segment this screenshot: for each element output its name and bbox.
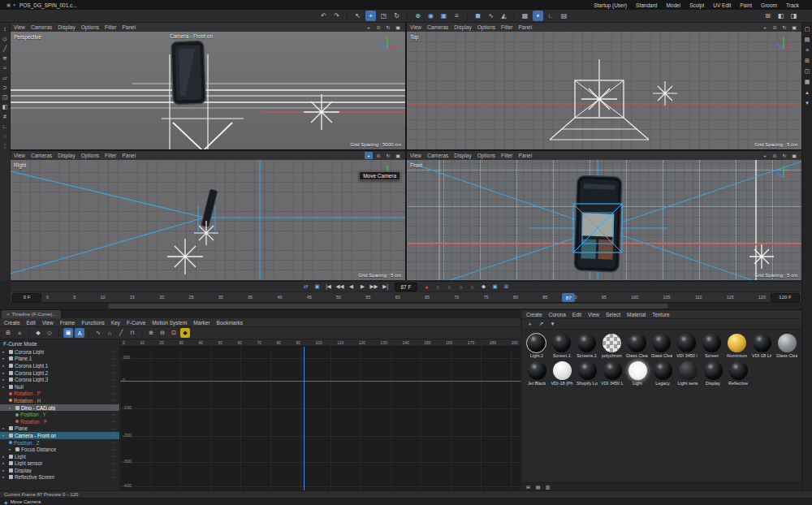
expand-arrow-icon[interactable]: ▸ [2,475,7,479]
ease-ease-icon[interactable]: ∩ [105,328,114,338]
spline-mode-icon[interactable]: ∿ [93,328,103,338]
expand-arrow-icon[interactable]: ▸ [2,385,7,389]
add-generator-icon[interactable]: ◭ [499,11,509,21]
scroll-up-icon[interactable]: ▴ [803,88,812,97]
axis-icon[interactable]: ∟ [1,122,10,131]
list-view-icon[interactable]: ▤ [534,483,542,490]
tree-row[interactable]: Rotation . P◦◦ [0,418,119,425]
titlebar-menu-item[interactable]: Model [666,2,680,8]
transform-icon[interactable]: ↕ [1,24,10,33]
auto-mode-icon[interactable]: A [75,328,84,338]
tree-row[interactable]: ▸Focus Distance◦◦ [0,446,119,453]
zoom-camera-icon[interactable]: ⊙ [771,24,779,31]
new-material-icon[interactable]: + [525,320,534,329]
zoom-out-icon[interactable]: ⊖ [158,328,167,338]
viewport-menu-display[interactable]: Display [58,24,75,30]
close-icon[interactable]: × [6,312,10,317]
viewport-menu-panel[interactable]: Panel [519,24,533,30]
viewport-menu-display[interactable]: Display [454,153,471,158]
tree-row[interactable]: ▸Plane◦◦ [0,425,119,433]
add-spline-icon[interactable]: ∿ [486,11,496,21]
tree-row[interactable]: Rotation . H◦◦ [0,397,119,404]
extrude-icon[interactable]: ◧ [1,102,10,111]
grid-toggle-icon[interactable]: ▤ [559,11,569,21]
expand-arrow-icon[interactable]: ▸ [2,426,7,430]
current-frame-marker[interactable]: 87 [562,293,575,302]
cycle-icon[interactable]: ⇄ [300,283,310,291]
link-icon[interactable]: ≡ [15,328,24,338]
attribute-manager-icon[interactable]: ≡ [803,45,812,54]
expand-arrow-icon[interactable]: ▸ [2,364,7,368]
record-icon[interactable]: ● [422,283,432,291]
viewport-menu-display[interactable]: Display [58,153,75,158]
viewport-menu-view[interactable]: View [14,24,25,30]
viewport-menu-display[interactable]: Display [454,24,471,30]
tree-row[interactable]: ▸Dino - CAD.obj◦◦ [0,404,119,412]
record-scale-icon[interactable]: ○ [456,283,466,291]
expand-arrow-icon[interactable]: ▸ [9,406,14,410]
material-item[interactable]: Screen.1 [551,334,573,358]
material-item[interactable]: Light sens [676,361,699,386]
keyframe-presets-icon[interactable]: ▣ [490,283,500,291]
expand-arrow-icon[interactable]: ▸ [2,461,7,465]
viewport-menu-panel[interactable]: Panel [123,24,136,30]
tree-row[interactable]: ▸Light◦◦ [0,453,119,460]
fcurve-menu-functions[interactable]: Functions [81,320,104,326]
fcurve-menu-bookmarks[interactable]: Bookmarks [217,320,244,326]
move-camera-icon[interactable]: + [365,152,373,159]
content-browser-icon[interactable]: ◫ [803,67,812,76]
viewport-menu-filter[interactable]: Filter [105,153,116,158]
tree-row[interactable]: ▸Null◦◦ [0,383,119,391]
render-view-icon[interactable]: ◉ [425,11,436,21]
expand-arrow-icon[interactable]: ▸ [2,350,7,354]
viewport-menu-cameras[interactable]: Cameras [427,153,448,158]
add-key-icon[interactable]: ◆ [33,328,43,338]
step-icon[interactable]: ⊓ [127,328,137,338]
viewport-top-canvas[interactable]: Top Grid Spacing : 5 cm [407,32,801,149]
next-frame-icon[interactable]: ▶▶ [369,283,378,291]
zoom-camera-icon[interactable]: ⊙ [771,152,779,159]
more-tools-icon[interactable]: ⋮ [1,141,10,150]
fcurve-menu-key[interactable]: Key [111,320,120,326]
frame-all-icon[interactable]: ⊡ [169,328,179,338]
axis-mode-icon[interactable]: ∟ [546,11,556,21]
viewport-menu-view[interactable]: View [410,24,421,30]
titlebar-menu-item[interactable]: UV Edit [713,2,731,8]
fcurve-menu-motion-system[interactable]: Motion System [152,320,187,326]
coordinates-icon[interactable]: ⊞ [803,56,812,65]
structure-icon[interactable]: ▦ [803,77,812,86]
viewport-menu-cameras[interactable]: Cameras [31,24,52,30]
viewport-menu-filter[interactable]: Filter [105,24,116,30]
autokey-icon[interactable]: ○ [434,283,443,291]
render-settings-icon[interactable]: ≡ [451,11,462,21]
object-manager-icon[interactable]: ▤ [803,35,812,44]
material-item[interactable]: VDI 3450 L [601,361,624,386]
range-start-field[interactable]: 0 F [12,293,41,302]
viewport-menu-panel[interactable]: Panel [519,153,533,158]
redo-icon[interactable]: ↷ [331,11,342,21]
tree-row[interactable]: ▸Plane.1◦◦ [0,356,119,363]
brush-icon[interactable]: ≈ [1,63,10,72]
viewport-menu-options[interactable]: Options [81,24,99,30]
material-item[interactable]: Light.2 [525,334,548,358]
panel-right-icon[interactable]: ◨ [788,11,799,21]
move-tool-icon[interactable]: + [365,11,376,21]
expand-arrow-icon[interactable]: ▸ [2,378,7,382]
live-selection-icon[interactable]: ↖ [352,11,363,21]
tree-row[interactable]: ▸Corona Light.2◦◦ [0,369,119,377]
viewport-perspective-canvas[interactable]: Perspective Camera - Front on [11,32,405,149]
viewport-menu-panel[interactable]: Panel [123,153,136,158]
viewport-right-canvas[interactable]: Right Move Camera Grid Spacing : 5 [11,160,405,280]
frame-ruler[interactable]: 0 F 87 051015202530354045505560657075808… [11,291,801,302]
layout-grid-icon[interactable]: ⊞ [762,11,773,21]
tree-row[interactable]: ▸Reflective Screen◦◦ [0,474,119,481]
previous-key-icon[interactable]: ◀◀ [335,283,344,291]
phone-model-front[interactable] [574,175,622,272]
gold-key-icon[interactable]: ◆ [180,328,190,338]
previous-frame-icon[interactable]: ◀ [346,283,356,291]
material-item[interactable]: Aluminium [726,334,749,358]
magnet-icon[interactable]: ⊃ [1,83,10,92]
fcurve-menu-view[interactable]: View [42,320,54,326]
scroll-down-icon[interactable]: ▾ [803,98,812,107]
viewport-front[interactable]: ViewCamerasDisplayOptionsFilterPanel +⊙↻… [407,151,801,280]
